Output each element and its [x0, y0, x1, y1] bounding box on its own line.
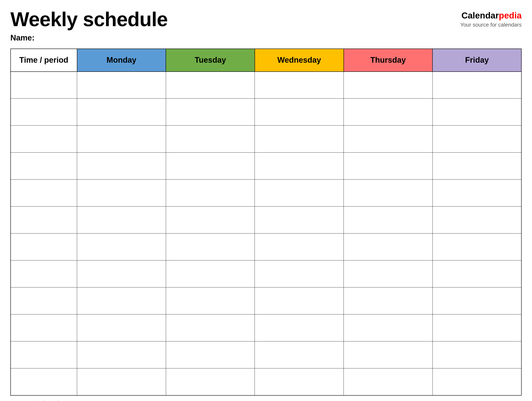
- table-header-row: Time / period Monday Tuesday Wednesday T…: [11, 49, 521, 72]
- table-cell[interactable]: [77, 126, 166, 153]
- table-cell[interactable]: [344, 368, 433, 395]
- table-cell[interactable]: [77, 234, 166, 260]
- table-cell[interactable]: [432, 207, 521, 234]
- table-cell[interactable]: [432, 287, 521, 315]
- table-cell[interactable]: [255, 260, 344, 287]
- table-cell[interactable]: [432, 99, 521, 126]
- table-cell[interactable]: [344, 99, 433, 126]
- table-cell[interactable]: [344, 126, 433, 153]
- table-cell[interactable]: [344, 207, 433, 234]
- table-cell[interactable]: [344, 179, 433, 207]
- col-header-wednesday: Wednesday: [255, 49, 344, 72]
- col-header-monday: Monday: [77, 49, 166, 72]
- table-cell[interactable]: [77, 368, 166, 395]
- col-header-time: Time / period: [11, 49, 77, 72]
- table-cell[interactable]: [344, 153, 433, 179]
- name-label: Name:: [10, 33, 168, 42]
- table-row: [11, 368, 521, 395]
- logo-text: Calendarpedia: [460, 10, 522, 21]
- table-cell[interactable]: [77, 315, 166, 341]
- table-cell[interactable]: [166, 153, 255, 179]
- table-cell[interactable]: [255, 368, 344, 395]
- table-cell[interactable]: [11, 207, 77, 234]
- table-cell[interactable]: [11, 99, 77, 126]
- table-cell[interactable]: [166, 341, 255, 368]
- table-cell[interactable]: [255, 287, 344, 315]
- table-cell[interactable]: [432, 341, 521, 368]
- table-cell[interactable]: [255, 207, 344, 234]
- table-row: [11, 153, 521, 179]
- table-cell[interactable]: [432, 234, 521, 260]
- logo-calendar-part: Calendar: [462, 11, 499, 20]
- table-cell[interactable]: [11, 315, 77, 341]
- table-cell[interactable]: [344, 72, 433, 99]
- table-cell[interactable]: [11, 368, 77, 395]
- logo-pedia-part: pedia: [499, 11, 522, 20]
- table-cell[interactable]: [344, 315, 433, 341]
- title-area: Weekly schedule Name:: [10, 8, 168, 42]
- table-cell[interactable]: [166, 72, 255, 99]
- table-cell[interactable]: [255, 153, 344, 179]
- table-row: [11, 234, 521, 260]
- logo-area: Calendarpedia Your source for calendars: [460, 10, 522, 28]
- table-cell[interactable]: [166, 315, 255, 341]
- table-cell[interactable]: [432, 72, 521, 99]
- table-row: [11, 99, 521, 126]
- table-cell[interactable]: [255, 234, 344, 260]
- table-cell[interactable]: [432, 260, 521, 287]
- table-cell[interactable]: [166, 368, 255, 395]
- table-cell[interactable]: [166, 207, 255, 234]
- weekly-schedule-table: Time / period Monday Tuesday Wednesday T…: [10, 49, 522, 396]
- table-cell[interactable]: [166, 179, 255, 207]
- table-row: [11, 287, 521, 315]
- table-cell[interactable]: [77, 99, 166, 126]
- col-header-tuesday: Tuesday: [166, 49, 255, 72]
- table-cell[interactable]: [11, 234, 77, 260]
- table-cell[interactable]: [432, 126, 521, 153]
- logo-tagline: Your source for calendars: [460, 22, 522, 28]
- table-cell[interactable]: [166, 287, 255, 315]
- header: Weekly schedule Name: Calendarpedia Your…: [10, 8, 522, 42]
- table-row: [11, 260, 521, 287]
- table-cell[interactable]: [255, 179, 344, 207]
- footer: © www.calendarpedia.com: [10, 400, 522, 401]
- table-cell[interactable]: [11, 341, 77, 368]
- table-cell[interactable]: [77, 207, 166, 234]
- table-cell[interactable]: [432, 153, 521, 179]
- table-cell[interactable]: [77, 153, 166, 179]
- table-cell[interactable]: [11, 179, 77, 207]
- table-cell[interactable]: [11, 126, 77, 153]
- table-cell[interactable]: [11, 153, 77, 179]
- table-cell[interactable]: [432, 179, 521, 207]
- table-cell[interactable]: [344, 260, 433, 287]
- table-cell[interactable]: [344, 234, 433, 260]
- table-cell[interactable]: [344, 341, 433, 368]
- table-cell[interactable]: [11, 287, 77, 315]
- table-cell[interactable]: [255, 341, 344, 368]
- table-cell[interactable]: [166, 99, 255, 126]
- table-cell[interactable]: [77, 179, 166, 207]
- table-cell[interactable]: [344, 287, 433, 315]
- table-cell[interactable]: [77, 341, 166, 368]
- table-cell[interactable]: [166, 126, 255, 153]
- table-cell[interactable]: [77, 287, 166, 315]
- table-row: [11, 126, 521, 153]
- table-cell[interactable]: [432, 368, 521, 395]
- page-title: Weekly schedule: [10, 8, 168, 30]
- table-cell[interactable]: [255, 99, 344, 126]
- table-row: [11, 179, 521, 207]
- table-cell[interactable]: [77, 72, 166, 99]
- table-row: [11, 315, 521, 341]
- table-cell[interactable]: [255, 315, 344, 341]
- col-header-thursday: Thursday: [344, 49, 433, 72]
- table-cell[interactable]: [255, 72, 344, 99]
- table-cell[interactable]: [166, 260, 255, 287]
- table-cell[interactable]: [11, 72, 77, 99]
- table-cell[interactable]: [11, 260, 77, 287]
- table-cell[interactable]: [432, 315, 521, 341]
- table-cell[interactable]: [166, 234, 255, 260]
- table-row: [11, 72, 521, 99]
- table-row: [11, 341, 521, 368]
- table-cell[interactable]: [77, 260, 166, 287]
- table-cell[interactable]: [255, 126, 344, 153]
